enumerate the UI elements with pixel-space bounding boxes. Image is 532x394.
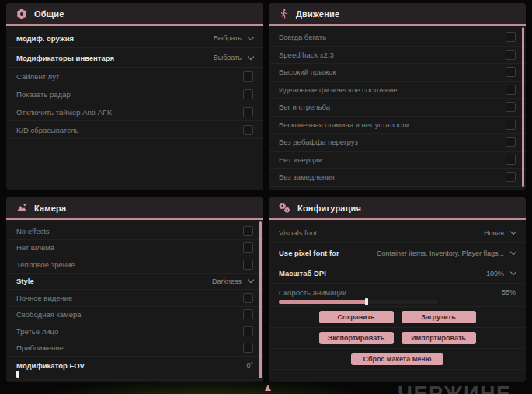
no-effects-checkbox[interactable] [243, 226, 253, 236]
row-infinite-stamina: Бесконечная стамина и нет усталости [269, 117, 526, 134]
runner-icon [279, 9, 289, 19]
dropdown-value: Darkness [212, 277, 242, 285]
anti-afk-checkbox[interactable] [243, 107, 253, 117]
kd-reset-checkbox[interactable] [243, 125, 253, 135]
no-helmet-checkbox[interactable] [243, 242, 253, 253]
setting-label: Бесконечная стамина и нет усталости [279, 120, 409, 129]
free-camera-checkbox[interactable] [243, 309, 253, 319]
watermark-text: ЧЕРЖИНЕ [398, 382, 511, 394]
panel-general-header: Общие [6, 3, 263, 26]
fov-slider[interactable] [16, 372, 249, 376]
row-thermal-vision: Тепловое зрение [6, 256, 263, 274]
fov-label-line: Модификатор FOV 0° [16, 359, 253, 371]
night-vision-checkbox[interactable] [243, 293, 253, 303]
dropdown-value: Выбрать [214, 54, 242, 61]
button-row-reset: Сброс макета меню [269, 349, 526, 370]
third-person-checkbox[interactable] [243, 326, 253, 336]
save-button[interactable]: Сохранить [319, 311, 394, 323]
row-no-slowdown: Без замедления [269, 169, 526, 187]
row-third-person: Третье лицо [6, 323, 263, 340]
panel-general: Общие Модиф. оружия Выбрать Модификаторы… [6, 3, 263, 190]
animation-speed-value: 55% [502, 288, 516, 296]
zoom-checkbox[interactable] [243, 343, 253, 353]
row-style: Style Darkness [6, 274, 263, 291]
dropdown-value: Новая [484, 229, 504, 237]
row-inventory-mods: Модификаторы инвентаря Выбрать [6, 48, 263, 68]
button-row-save-load: Сохранить Загрузить [269, 307, 526, 328]
setting-label: Style [16, 277, 34, 285]
run-and-shoot-checkbox[interactable] [506, 102, 516, 112]
setting-label: Всегда бегать [279, 33, 326, 41]
row-speed-hack: Speed hack x2.3 [269, 47, 526, 65]
setting-label: Сайлент лут [16, 72, 59, 81]
row-anti-afk: Отключить таймер Anti-AFK [6, 103, 263, 121]
setting-label: Показать радар [16, 90, 71, 99]
panel-movement: Движение Всегда бегать Speed hack x2.3 В… [269, 3, 526, 190]
pixel-font-dropdown[interactable]: Container items, Inventory, Player flags… [377, 249, 516, 257]
setting-label: Тепловое зрение [16, 260, 75, 269]
row-no-overload-debuff: Без дебаффа перегруз [269, 134, 526, 152]
row-free-camera: Свободная камера [6, 307, 263, 324]
gears-icon [279, 202, 290, 214]
setting-label: Отключить таймер Anti-AFK [16, 108, 112, 117]
row-silent-loot: Сайлент лут [6, 68, 263, 85]
always-run-checkbox[interactable] [506, 32, 516, 42]
animation-speed-slider-thumb[interactable] [365, 298, 368, 305]
setting-label: Visuals font [279, 228, 317, 237]
infinite-stamina-checkbox[interactable] [506, 120, 516, 130]
setting-label: Нет инерции [279, 155, 322, 164]
reset-layout-button[interactable]: Сброс макета меню [351, 353, 444, 365]
row-high-jump: Высокий прыжок [269, 64, 526, 82]
background-glow [23, 380, 357, 394]
perfect-condition-checkbox[interactable] [506, 85, 516, 95]
silent-loot-checkbox[interactable] [243, 71, 253, 82]
chevron-down-icon [510, 228, 516, 235]
show-radar-checkbox[interactable] [243, 89, 253, 99]
import-button[interactable]: Импортировать [402, 332, 476, 344]
style-dropdown[interactable]: Darkness [212, 277, 253, 285]
row-pixel-font: Use pixel font for Container items, Inve… [269, 243, 526, 263]
setting-label: Приближение [16, 343, 64, 352]
dropdown-value: Container items, Inventory, Player flags… [377, 249, 504, 257]
setting-label: No effects [16, 227, 50, 235]
inventory-mods-dropdown[interactable]: Выбрать [214, 54, 253, 61]
panel-general-rows: Модиф. оружия Выбрать Модификаторы инвен… [6, 26, 263, 139]
image-icon [16, 203, 27, 213]
camera-scrollbar[interactable] [259, 221, 262, 378]
row-always-run: Всегда бегать [269, 29, 526, 47]
setting-label: Высокий прыжок [279, 68, 336, 76]
row-perfect-condition: Идеальное физическое состояние [269, 82, 526, 99]
row-visuals-font: Visuals font Новая [269, 223, 526, 243]
animation-speed-slider-fill [279, 300, 367, 304]
row-kd-reset: K/D сбрасыватель [6, 121, 263, 139]
setting-label: Speed hack x2.3 [279, 51, 334, 59]
flower-icon [16, 9, 27, 19]
high-jump-checkbox[interactable] [506, 67, 516, 77]
setting-label: Бег и стрельба [279, 103, 330, 111]
thermal-vision-checkbox[interactable] [243, 260, 253, 270]
weapon-mod-dropdown[interactable]: Выбрать [214, 34, 253, 42]
setting-label: Без замедления [279, 173, 335, 181]
row-weapon-mod: Модиф. оружия Выбрать [6, 29, 263, 48]
dropdown-value: Выбрать [214, 34, 242, 42]
row-run-and-shoot: Бег и стрельба [269, 99, 526, 117]
animation-speed-slider[interactable] [279, 300, 438, 304]
row-no-inertia: Нет инерции [269, 152, 526, 169]
row-no-effects: No effects [6, 223, 263, 240]
chevron-down-icon [248, 53, 254, 59]
panel-config-rows: Visuals font Новая Use pixel font for Co… [269, 220, 526, 370]
visuals-font-dropdown[interactable]: Новая [484, 229, 516, 237]
speed-hack-checkbox[interactable] [506, 50, 516, 60]
no-overload-debuff-checkbox[interactable] [506, 137, 516, 147]
fov-slider-thumb[interactable] [16, 371, 19, 378]
animation-speed-label-line: Скорость анимации 55% [279, 286, 516, 298]
movement-scrollbar[interactable] [522, 27, 524, 187]
dpi-scale-dropdown[interactable]: 100% [486, 270, 516, 277]
load-button[interactable]: Загрузить [402, 311, 476, 323]
export-button[interactable]: Экспортировать [319, 332, 394, 344]
panel-config-header: Конфигурация [269, 197, 526, 220]
row-show-radar: Показать радар [6, 85, 263, 103]
no-inertia-checkbox[interactable] [506, 155, 516, 165]
setting-label: Модиф. оружия [16, 34, 74, 43]
no-slowdown-checkbox[interactable] [506, 172, 516, 182]
